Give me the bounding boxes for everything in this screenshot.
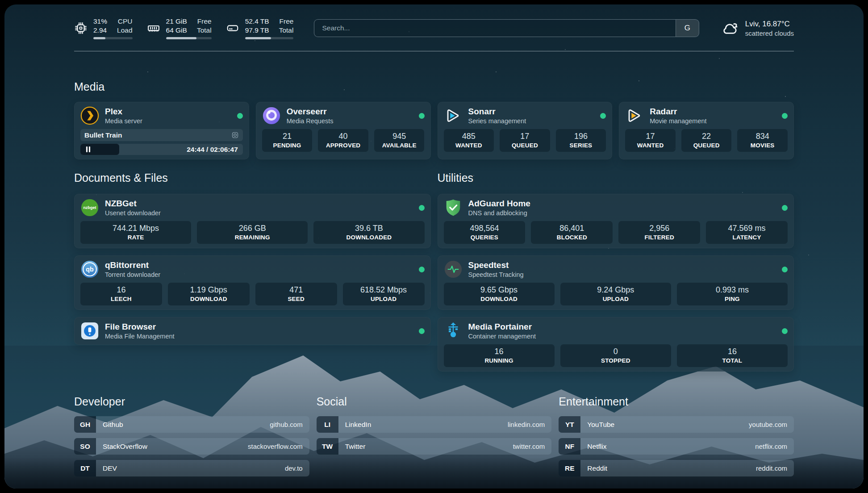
snow-speckles [4, 4, 5, 5]
stat-value: 16 [446, 347, 553, 356]
service-card-nzbget[interactable]: nzbget NZBGet Usenet downloader 744.21 M… [74, 194, 431, 248]
bookmark-name: DEV [103, 464, 117, 472]
service-subtitle: Media server [105, 117, 142, 125]
search-bar: G [314, 19, 699, 37]
stat-latency: 47.569 ms LATENCY [706, 221, 788, 244]
service-title[interactable]: Media Portainer [468, 322, 536, 332]
stat-label: MOVIES [739, 142, 786, 149]
weather-location-temp: Lviv, 16.87°C [745, 19, 794, 29]
stat-remaining: 266 GB REMAINING [197, 221, 308, 244]
stat-label: LATENCY [708, 234, 786, 241]
stat-value: 17 [501, 131, 548, 141]
session-view-icon[interactable] [231, 131, 239, 139]
service-stats: 17 WANTED 22 QUEUED 834 MOVIES [625, 129, 788, 152]
bookmark-abbr: YT [559, 416, 580, 433]
service-title[interactable]: Plex [105, 106, 142, 117]
stat-value: 22 [683, 131, 730, 141]
service-card-speedtest[interactable]: Speedtest Speedtest Tracking 9.65 Gbps D… [438, 255, 794, 310]
service-title[interactable]: Radarr [650, 106, 706, 117]
bookmark-twitter[interactable]: TW Twitter twitter.com [317, 438, 552, 455]
stat-label: WANTED [627, 142, 674, 149]
service-title[interactable]: AdGuard Home [468, 198, 530, 209]
service-card-sonarr[interactable]: Sonarr Series management 485 WANTED 17 Q… [438, 102, 613, 159]
service-subtitle: DNS and adblocking [468, 209, 530, 217]
stat-series: 196 SERIES [556, 129, 606, 152]
monitor-progress-bar [166, 37, 212, 39]
stat-label: LEECH [82, 295, 160, 303]
stat-value: 945 [376, 131, 423, 141]
stat-movies: 834 MOVIES [737, 129, 788, 152]
status-dot [782, 328, 788, 334]
nzbget-icon: nzbget [80, 198, 99, 217]
radarr-icon [625, 106, 644, 125]
stat-value: 834 [739, 131, 786, 141]
service-stats: 498,564 QUERIES 86,401 BLOCKED 2,956 FIL… [444, 221, 788, 244]
service-card-qbittorrent[interactable]: qb qBittorrent Torrent downloader 16 LEE… [74, 255, 431, 310]
bookmark-name: YouTube [587, 421, 614, 429]
stat-value: 0.993 ms [679, 285, 786, 295]
service-subtitle: Movie management [650, 117, 706, 125]
stat-value: 9.24 Gbps [562, 285, 669, 295]
monitor-value: 2.94 [93, 26, 107, 35]
stat-download: 9.65 Gbps DOWNLOAD [444, 283, 555, 305]
bookmark-netflix[interactable]: NF Netflix netflix.com [559, 438, 794, 455]
service-card-portainer[interactable]: Media Portainer Container management 16 … [438, 317, 794, 372]
service-title[interactable]: Overseerr [287, 106, 334, 117]
monitor-value: 21 GiB [166, 17, 187, 26]
stat-upload: 9.24 Gbps UPLOAD [560, 283, 671, 305]
bookmark-youtube[interactable]: YT YouTube youtube.com [559, 416, 794, 433]
service-title[interactable]: Speedtest [468, 260, 524, 270]
service-card-adguard[interactable]: AdGuard Home DNS and adblocking 498,564 … [438, 194, 794, 248]
section-heading-utilities: Utilities [438, 171, 794, 185]
bookmark-name: Twitter [345, 443, 366, 451]
service-title[interactable]: File Browser [105, 322, 175, 332]
stat-leech: 16 LEECH [80, 283, 162, 305]
service-title[interactable]: qBittorrent [105, 260, 160, 270]
bookmark-url: linkedin.com [508, 421, 545, 428]
bookmark-reddit[interactable]: RE Reddit reddit.com [559, 460, 794, 476]
service-card-plex[interactable]: Plex Media server Bullet Train 24:44 / 0… [74, 102, 249, 159]
stat-upload: 618.52 Mbps UPLOAD [343, 283, 425, 305]
bookmark-group-heading: Entertainment [559, 395, 794, 409]
now-playing-title: Bullet Train [84, 131, 122, 139]
search-input[interactable] [314, 20, 675, 37]
service-stats: 16 RUNNING 0 STOPPED 16 TOTAL [444, 344, 788, 367]
search-provider-button[interactable]: G [676, 20, 699, 37]
service-stats: 16 LEECH 1.19 Gbps DOWNLOAD 471 SEED 618… [80, 283, 425, 305]
qbittorrent-icon: qb [80, 260, 99, 279]
bookmark-abbr: TW [317, 438, 338, 455]
stat-queued: 17 QUEUED [500, 129, 550, 152]
service-card-filebrowser[interactable]: File Browser Media File Management [74, 317, 431, 345]
stat-label: AVAILABLE [376, 142, 423, 149]
weather-widget: Lviv, 16.87°C scattered clouds [721, 19, 794, 38]
bookmark-linkedin[interactable]: LI LinkedIn linkedin.com [317, 416, 552, 433]
svg-text:qb: qb [86, 266, 94, 273]
stat-label: PING [679, 295, 786, 303]
monitor-label: CPU [117, 17, 132, 26]
service-stats: 485 WANTED 17 QUEUED 196 SERIES [444, 129, 606, 152]
bookmark-group-heading: Developer [74, 395, 309, 409]
service-title[interactable]: Sonarr [468, 106, 526, 117]
monitor-value: 64 GiB [166, 26, 187, 35]
stat-label: BLOCKED [533, 234, 611, 241]
column-documents-files: Documents & Files nzbget NZBGet Usenet d… [74, 171, 431, 372]
stat-label: DOWNLOAD [170, 295, 248, 303]
bookmark-github[interactable]: GH Github github.com [74, 416, 309, 433]
memory-monitor: 21 GiB64 GiB FreeTotal [147, 17, 212, 39]
service-title[interactable]: NZBGet [105, 198, 161, 209]
stat-label: RATE [82, 234, 189, 241]
bookmark-dev[interactable]: DT DEV dev.to [74, 460, 309, 476]
service-stats: 21 PENDING 40 APPROVED 945 AVAILABLE [262, 129, 425, 152]
bookmark-stackoverflow[interactable]: SO StackOverflow stackoverflow.com [74, 438, 309, 455]
section-heading-documents-files: Documents & Files [74, 171, 431, 185]
dashboard-window: 31%2.94 CPULoad 21 GiB64 GiB FreeTotal 5… [4, 4, 864, 489]
stat-stopped: 0 STOPPED [560, 344, 671, 367]
service-card-overseerr[interactable]: Overseerr Media Requests 21 PENDING 40 A… [256, 102, 431, 159]
column-utilities: Utilities AdGuard Home DNS and adblockin… [438, 171, 794, 372]
bookmark-name: Netflix [587, 443, 606, 451]
monitor-progress-bar [245, 37, 294, 39]
stat-label: STOPPED [562, 357, 669, 364]
top-bar: 31%2.94 CPULoad 21 GiB64 GiB FreeTotal 5… [74, 14, 794, 42]
service-card-radarr[interactable]: Radarr Movie management 17 WANTED 22 QUE… [619, 102, 794, 159]
stat-value: 17 [627, 131, 674, 141]
